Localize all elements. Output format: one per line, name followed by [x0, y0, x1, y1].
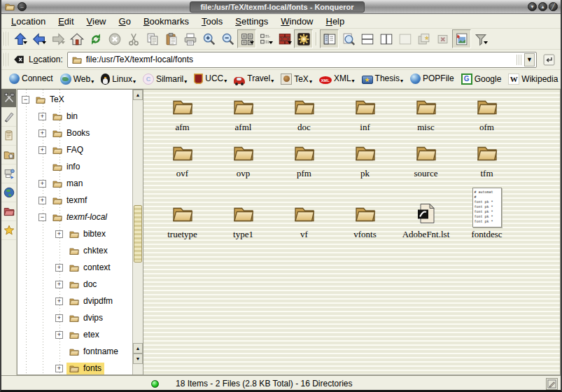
tree-item[interactable]: FAQ [17, 141, 132, 158]
bookmark-item[interactable]: Silmaril ▾ [139, 72, 190, 87]
forward-button[interactable] [48, 29, 67, 48]
menu-item[interactable]: Window [275, 15, 318, 27]
bookmark-item[interactable]: POPFile ▾ [407, 72, 458, 86]
file-item[interactable]: afml [213, 95, 274, 133]
bookmarks-tab-button[interactable] [1, 221, 16, 240]
menu-item[interactable]: Help [321, 15, 351, 27]
tree-expander-icon[interactable] [38, 113, 46, 120]
icon-view-button[interactable] [237, 29, 256, 48]
location-input[interactable]: file:/usr/TeX/texmf-local/fonts [86, 55, 517, 64]
blade-tab-button[interactable] [1, 108, 16, 127]
new-tab-button[interactable] [414, 29, 433, 48]
root-directory-tab-button[interactable] [1, 202, 16, 221]
menu-item[interactable]: Edit [52, 15, 79, 27]
file-item[interactable]: tfm [456, 141, 517, 179]
split-left-right-button[interactable] [377, 29, 395, 48]
bookmark-item[interactable]: Thesis ▾ [358, 72, 407, 86]
tree-expander-icon[interactable] [38, 197, 46, 204]
tree-item[interactable]: Books [17, 125, 132, 141]
tree-item[interactable]: TeX [17, 91, 132, 108]
tree-item[interactable]: texmf [17, 192, 132, 209]
bookmark-item[interactable]: UCC ▾ [190, 72, 230, 86]
find-file-button[interactable] [339, 29, 358, 48]
bookmark-item[interactable]: Travel ▾ [230, 72, 277, 86]
file-item[interactable]: misc [395, 95, 456, 133]
file-item[interactable]: vf [274, 202, 335, 240]
tree-expander-icon[interactable] [38, 146, 46, 154]
file-item[interactable]: # automat # font pk * font pk * font pk … [456, 188, 517, 240]
file-item[interactable]: inf [335, 95, 395, 133]
window-menu-folder-icon[interactable] [4, 1, 15, 12]
scroll-up-button[interactable]: ▲ [133, 90, 143, 100]
stop-button[interactable] [105, 29, 124, 48]
maximize-button[interactable]: ▴ [538, 2, 547, 11]
filter-button[interactable] [471, 29, 490, 48]
file-item[interactable]: ovp [213, 141, 274, 179]
file-item[interactable]: truetype [152, 202, 213, 240]
sidebar-toggle-button[interactable] [320, 29, 339, 48]
scroll-down-button[interactable]: ▼ [133, 354, 143, 364]
tree-expander-icon[interactable] [55, 314, 63, 322]
tree-item[interactable]: texmf-local [17, 209, 132, 225]
tree-item[interactable]: context [17, 259, 132, 276]
cut-button[interactable] [124, 29, 143, 48]
file-item[interactable]: pfm [274, 141, 335, 179]
file-icon-view[interactable]: afm afml [143, 89, 561, 375]
home-button[interactable] [67, 29, 86, 48]
location-toolbar-handle[interactable] [3, 52, 8, 66]
file-item[interactable]: doc [274, 95, 335, 133]
file-item[interactable]: AdobeFnt.lst [395, 202, 456, 240]
tree-expander-icon[interactable] [55, 298, 63, 305]
services-tab-button[interactable] [1, 164, 16, 183]
minimize-button[interactable]: ▾ [528, 2, 537, 11]
paste-button[interactable] [162, 29, 181, 48]
menu-item[interactable]: Location [6, 15, 51, 27]
bookmark-item[interactable]: TeX ▾ [277, 72, 316, 87]
bookmark-item[interactable]: XML ▾ [316, 72, 358, 86]
go-button[interactable] [540, 50, 558, 69]
history-tab-button[interactable] [1, 127, 16, 146]
file-item[interactable]: ofm [456, 95, 517, 133]
tree-expander-icon[interactable] [55, 281, 63, 288]
tree-expander-icon[interactable] [55, 365, 63, 372]
tree-item[interactable]: bin [17, 108, 132, 125]
tree-item[interactable]: fonts [17, 360, 132, 374]
file-item[interactable]: type1 [213, 202, 274, 240]
title-bar[interactable]: – file:/usr/TeX/texmf-local/fonts - Konq… [1, 0, 561, 14]
network-tab-button[interactable] [1, 183, 16, 202]
file-item[interactable]: pk [335, 141, 395, 179]
menu-item[interactable]: Bookmarks [138, 15, 195, 27]
tree-item[interactable]: etex [17, 326, 132, 343]
tree-item[interactable]: bibtex [17, 225, 132, 242]
bookmark-item[interactable]: Linux ▾ [97, 72, 139, 87]
scroll-up-button-bottom[interactable]: ▲ [133, 343, 143, 354]
tree-item[interactable]: man [17, 175, 132, 192]
tree-expander-icon[interactable] [55, 264, 63, 272]
detail-view-button[interactable] [256, 29, 275, 48]
sticky-button[interactable]: – [17, 2, 27, 11]
zoom-out-button[interactable] [218, 29, 237, 48]
tree-item[interactable]: fontname [17, 343, 132, 360]
scrollbar-thumb[interactable] [134, 205, 142, 262]
home-directory-tab-button[interactable] [1, 146, 16, 164]
back-button[interactable] [29, 29, 48, 48]
gear-view-button[interactable] [294, 29, 313, 48]
tree-expander-icon[interactable] [38, 214, 46, 221]
sidebar-config-button[interactable] [1, 89, 16, 108]
up-button[interactable] [10, 29, 29, 48]
tree-item[interactable]: doc [17, 276, 132, 293]
tree-scrollbar[interactable]: ▲ ▲ ▼ [132, 90, 143, 374]
tree-item[interactable]: dvips [17, 309, 132, 326]
remove-view-button[interactable] [395, 29, 414, 48]
file-item[interactable]: source [395, 141, 456, 179]
tree-expander-icon[interactable] [22, 96, 29, 104]
file-item[interactable]: afm [152, 95, 213, 133]
tree-expander-icon[interactable] [38, 180, 46, 188]
menu-item[interactable]: Settings [230, 15, 274, 27]
file-item[interactable]: ovf [152, 141, 213, 179]
thumbnails-button[interactable] [452, 29, 471, 48]
bookmark-item[interactable]: Connect ▾ [6, 72, 57, 86]
reload-button[interactable] [86, 29, 105, 48]
menu-item[interactable]: View [81, 15, 112, 27]
bookmark-item[interactable]: Wikipedia ▾ [505, 72, 561, 87]
